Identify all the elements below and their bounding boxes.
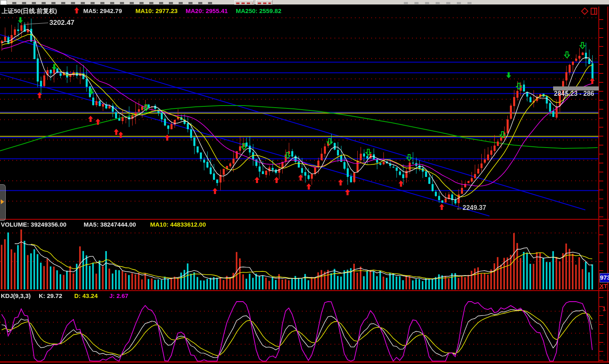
high-price-label: 3202.47 — [49, 19, 74, 26]
menu-bar — [0, 0, 609, 4]
ma5-label: MA5: 2942.79 — [83, 8, 122, 14]
kdj-j-label: J: 2.67 — [109, 293, 128, 299]
menu-button-2[interactable] — [256, 0, 272, 5]
menu-items-truncated[interactable] — [12, 2, 216, 4]
kdj-d-label: D: 43.24 — [74, 293, 98, 299]
kdj-title-label: KDJ(9,3,3) — [1, 293, 31, 299]
ma250-label: MA250: 2559.82 — [236, 8, 281, 14]
sidebar-collapse-handle[interactable] — [0, 184, 6, 221]
kdj-right-scale: 1 — [602, 305, 606, 311]
window-split-icon[interactable] — [591, 8, 597, 15]
ma20-label: MA20: 2955.41 — [186, 8, 228, 14]
volume-ma5-label: MA5: 38247444.00 — [84, 221, 136, 227]
split-divider — [594, 9, 595, 14]
kline-chart-canvas[interactable] — [0, 0, 609, 364]
last-bar-range-label: 2845.23 - 286 — [554, 90, 608, 97]
menu-button-2-red-text — [258, 2, 271, 4]
ma10-label: MA10: 2977.23 — [135, 8, 177, 14]
menu-items-disabled — [404, 2, 475, 4]
menu-button-1[interactable] — [235, 0, 254, 5]
left-arrow-icon: ← — [456, 204, 463, 211]
last-bar-tooltip-bar — [553, 86, 599, 90]
symbol-title: 上证50(日线.前复权) — [2, 8, 57, 14]
xt-label: XT — [600, 283, 607, 289]
menu-start-icon[interactable] — [0, 0, 7, 5]
volume-value-label: VOLUME: 39249356.00 — [1, 221, 66, 227]
menu-button-1-red-text — [236, 2, 252, 4]
low-price-label: ←2249.37 — [456, 205, 486, 211]
kdj-k-label: K: 29.72 — [39, 293, 62, 299]
volume-ma10-label: MA10: 44833612.00 — [150, 221, 206, 227]
volume-right-badge: 973 — [600, 273, 609, 282]
right-triangle-icon — [1, 199, 4, 204]
